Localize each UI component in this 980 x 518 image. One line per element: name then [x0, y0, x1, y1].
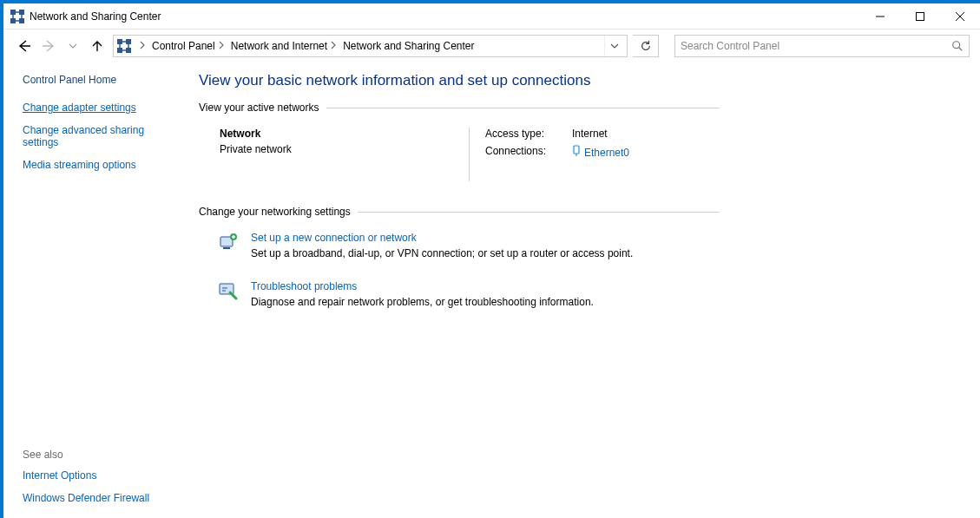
see-also-firewall[interactable]: Windows Defender Firewall: [23, 492, 180, 504]
refresh-button[interactable]: [633, 35, 659, 57]
troubleshoot-link[interactable]: Troubleshoot problems: [251, 280, 357, 292]
window-controls: [860, 3, 980, 29]
network-block: Network Private network Access type: Int…: [199, 121, 964, 199]
troubleshoot-desc: Diagnose and repair network problems, or…: [251, 296, 594, 308]
divider: [326, 108, 720, 108]
breadcrumb-label: Network and Sharing Center: [343, 40, 474, 52]
access-type-value: Internet: [572, 128, 629, 140]
svg-rect-3: [19, 18, 24, 23]
network-center-icon: [10, 10, 24, 23]
setup-connection-desc: Set up a broadband, dial-up, or VPN conn…: [251, 247, 633, 259]
see-also-label: See also: [23, 449, 180, 461]
breadcrumb-label: Network and Internet: [231, 40, 327, 52]
network-details: Access type: Internet Connections: Ether…: [470, 128, 629, 181]
breadcrumb-label: Control Panel: [152, 40, 215, 52]
breadcrumb-item[interactable]: Network and Sharing Center: [339, 36, 477, 56]
network-type: Private network: [220, 143, 458, 155]
close-button[interactable]: [940, 3, 980, 30]
body: Control Panel Home Change adapter settin…: [3, 62, 980, 518]
sidebar-link-media-streaming[interactable]: Media streaming options: [23, 159, 180, 171]
svg-rect-7: [117, 48, 122, 53]
active-networks-header: View your active networks: [199, 102, 720, 114]
access-type-label: Access type:: [485, 128, 563, 140]
see-also-internet-options[interactable]: Internet Options: [23, 469, 180, 482]
search-icon: [951, 40, 964, 52]
chevron-right-icon: [331, 40, 336, 52]
sidebar: Control Panel Home Change adapter settin…: [3, 62, 190, 518]
breadcrumb-item[interactable]: Control Panel: [148, 36, 227, 56]
svg-point-9: [953, 41, 960, 48]
recent-locations-button[interactable]: [62, 36, 83, 56]
svg-rect-12: [223, 247, 230, 249]
section-label: Change your networking settings: [199, 206, 351, 218]
sidebar-link-advanced-sharing[interactable]: Change advanced sharing settings: [23, 124, 180, 148]
svg-rect-10: [574, 146, 579, 154]
sidebar-link-adapter[interactable]: Change adapter settings: [23, 102, 180, 114]
svg-rect-0: [10, 10, 16, 15]
ethernet-icon: [572, 145, 581, 160]
titlebar: Network and Sharing Center: [3, 3, 980, 30]
breadcrumb-root-chevron[interactable]: [136, 36, 148, 56]
maximize-button[interactable]: [900, 3, 940, 30]
connection-link[interactable]: Ethernet0: [572, 145, 629, 160]
setup-connection-link[interactable]: Set up a new connection or network: [251, 232, 417, 244]
change-settings-header: Change your networking settings: [199, 206, 720, 218]
search-input[interactable]: [681, 40, 951, 52]
svg-rect-1: [19, 10, 24, 15]
chevron-right-icon: [219, 40, 224, 52]
svg-rect-2: [10, 18, 16, 23]
troubleshoot-icon: [218, 280, 239, 301]
search-box[interactable]: [674, 35, 970, 57]
page-heading: View your basic network information and …: [199, 72, 964, 89]
connection-name: Ethernet0: [584, 147, 629, 159]
control-panel-home-link[interactable]: Control Panel Home: [23, 74, 180, 86]
breadcrumb-item[interactable]: Network and Internet: [227, 36, 339, 56]
network-identity: Network Private network: [220, 128, 470, 181]
svg-rect-6: [126, 39, 131, 44]
titlebar-left: Network and Sharing Center: [10, 10, 161, 23]
setup-connection-icon: [218, 232, 239, 252]
window-title: Network and Sharing Center: [30, 10, 161, 23]
svg-rect-8: [126, 48, 131, 53]
minimize-button[interactable]: [860, 3, 900, 30]
divider: [358, 212, 720, 213]
main-content: View your basic network information and …: [190, 62, 980, 518]
network-center-icon: [117, 39, 131, 53]
section-label: View your active networks: [199, 102, 319, 114]
chevron-right-icon: [140, 40, 145, 52]
back-button[interactable]: [14, 36, 35, 56]
svg-rect-5: [117, 39, 122, 44]
network-name: Network: [220, 128, 458, 140]
troubleshoot-action: Troubleshoot problems Diagnose and repai…: [199, 273, 964, 313]
forward-button[interactable]: [38, 36, 59, 56]
connections-label: Connections:: [485, 145, 563, 160]
address-dropdown-button[interactable]: [604, 36, 623, 56]
up-button[interactable]: [87, 36, 108, 56]
navigation-row: Control Panel Network and Internet Netwo…: [3, 30, 980, 62]
setup-connection-action: Set up a new connection or network Set u…: [199, 225, 964, 265]
address-bar[interactable]: Control Panel Network and Internet Netwo…: [113, 35, 628, 57]
svg-rect-4: [917, 13, 924, 21]
